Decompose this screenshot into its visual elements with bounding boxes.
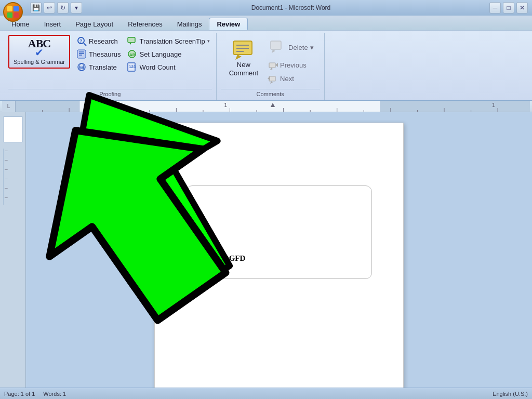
svg-marker-12 <box>129 43 131 45</box>
delete-dropdown-icon: ▾ <box>310 44 314 51</box>
next-icon <box>268 73 278 84</box>
new-comment-label: NewComment <box>229 61 258 77</box>
proofing-group-label: Proofing <box>8 89 212 98</box>
language-status: English (U.S.) <box>493 391 528 397</box>
main-area: ─ ─ ─ ─ ─ ─ FDGFDGFD <box>0 112 532 399</box>
tab-bar: Home Insert Page Layout References Maili… <box>0 16 532 30</box>
setlanguage-label: Set Language <box>139 50 181 58</box>
next-comment-button[interactable]: Next <box>265 72 316 85</box>
delete-label: Delete <box>288 44 308 51</box>
close-button[interactable]: ✕ <box>516 2 528 14</box>
svg-rect-31 <box>380 101 530 112</box>
status-bar: Page: 1 of 1 Words: 1 English (U.S.) <box>0 388 532 399</box>
svg-text:AB: AB <box>129 52 136 57</box>
tab-mailings[interactable]: Mailings <box>170 18 209 30</box>
document-page[interactable]: FDGFDGFD <box>154 123 404 399</box>
translate-label: Translate <box>89 63 117 71</box>
svg-text:?: ? <box>79 38 83 44</box>
spelling-grammar-button[interactable]: ABC ✔ Spelling & Grammar <box>8 35 70 69</box>
ruler-corner[interactable]: L <box>2 101 16 112</box>
office-button[interactable] <box>3 2 23 22</box>
svg-rect-22 <box>271 41 281 49</box>
screentip-dropdown-arrow: ▾ <box>207 38 210 44</box>
quick-access-toolbar: 💾 ↩ ↻ ▾ <box>30 0 82 16</box>
ribbon-content: ABC ✔ Spelling & Grammar ? <box>0 30 532 100</box>
translate-icon: AB <box>76 62 87 72</box>
save-button[interactable]: 💾 <box>30 2 42 14</box>
window-title: Document1 - Microsoft Word <box>96 4 486 11</box>
svg-marker-18 <box>235 55 242 60</box>
ruler-scale: 1 1 <box>16 101 530 112</box>
translation-items: Translation ScreenTip ▾ AB Set Language <box>125 35 211 73</box>
customize-button[interactable]: ▾ <box>71 2 82 14</box>
document-content[interactable]: FDGFDGFD <box>186 185 372 279</box>
research-icon: ? <box>76 36 87 46</box>
document-area[interactable]: FDGFDGFD <box>26 112 532 399</box>
previous-label: Previous <box>280 61 307 69</box>
svg-line-1 <box>84 43 86 46</box>
screentip-button[interactable]: Translation ScreenTip ▾ <box>125 35 211 47</box>
translate-button[interactable]: AB Translate <box>74 61 123 73</box>
svg-rect-3 <box>77 50 86 58</box>
page-sidebar: ─ ─ ─ ─ ─ ─ <box>0 112 26 399</box>
redo-button[interactable]: ↻ <box>57 2 69 14</box>
screentip-icon <box>127 36 137 46</box>
svg-rect-29 <box>16 101 80 112</box>
comments-group: NewComment Delete ▾ <box>217 33 325 100</box>
ribbon: Home Insert Page Layout References Maili… <box>0 16 532 101</box>
comments-group-content: NewComment Delete ▾ <box>221 35 320 87</box>
wordcount-icon: 123 <box>127 62 137 72</box>
delete-comment-icon <box>268 38 286 57</box>
screentip-label: Translation ScreenTip <box>139 37 205 45</box>
ruler-bar: L <box>0 101 532 112</box>
thesaurus-label: Thesaurus <box>89 50 121 58</box>
delete-comment-button[interactable]: Delete ▾ <box>265 37 316 58</box>
page-thumbnail[interactable] <box>3 116 23 142</box>
ribbon-remainder <box>325 33 528 100</box>
thesaurus-icon <box>76 49 87 59</box>
spelling-label: Spelling & Grammar <box>14 59 65 65</box>
svg-text:123: 123 <box>129 64 136 69</box>
page-info: Page: 1 of 1 <box>4 391 35 397</box>
svg-marker-28 <box>270 81 273 84</box>
svg-marker-25 <box>270 68 273 70</box>
svg-marker-23 <box>272 49 275 53</box>
research-button[interactable]: ? Research <box>74 35 123 47</box>
setlanguage-button[interactable]: AB Set Language <box>125 48 211 60</box>
research-label: Research <box>89 37 118 45</box>
check-icon: ✔ <box>35 47 44 58</box>
new-comment-icon <box>231 39 256 61</box>
previous-icon <box>268 60 278 70</box>
tab-pagelayout[interactable]: Page Layout <box>68 18 121 30</box>
svg-text:1: 1 <box>492 102 495 108</box>
tab-references[interactable]: References <box>121 18 169 30</box>
next-label: Next <box>280 75 294 83</box>
comment-small-buttons: Delete ▾ Previous <box>265 37 316 85</box>
svg-text:AB: AB <box>79 66 85 70</box>
svg-text:1: 1 <box>224 102 227 108</box>
new-comment-button[interactable]: NewComment <box>225 37 262 79</box>
proofing-group: ABC ✔ Spelling & Grammar ? <box>4 33 217 100</box>
minimize-button[interactable]: ─ <box>489 2 501 14</box>
tab-insert[interactable]: Insert <box>37 18 69 30</box>
thesaurus-button[interactable]: Thesaurus <box>74 48 123 60</box>
setlanguage-icon: AB <box>127 49 137 59</box>
word-count-status: Words: 1 <box>43 391 66 397</box>
previous-comment-button[interactable]: Previous <box>265 59 316 71</box>
undo-button[interactable]: ↩ <box>44 2 55 14</box>
proofing-group-content: ABC ✔ Spelling & Grammar ? <box>8 35 212 87</box>
comments-group-label: Comments <box>221 89 320 98</box>
proofing-items: ? Research <box>74 35 123 73</box>
title-bar: 💾 ↩ ↻ ▾ Document1 - Microsoft Word ─ □ ✕ <box>0 0 532 16</box>
document-text: FDGFDGFD <box>202 254 245 263</box>
tab-review[interactable]: Review <box>209 18 248 30</box>
svg-rect-11 <box>128 37 135 43</box>
maximize-button[interactable]: □ <box>503 2 514 14</box>
svg-rect-24 <box>269 63 275 68</box>
wordcount-label: Word Count <box>139 63 175 71</box>
wordcount-button[interactable]: 123 Word Count <box>125 61 211 73</box>
